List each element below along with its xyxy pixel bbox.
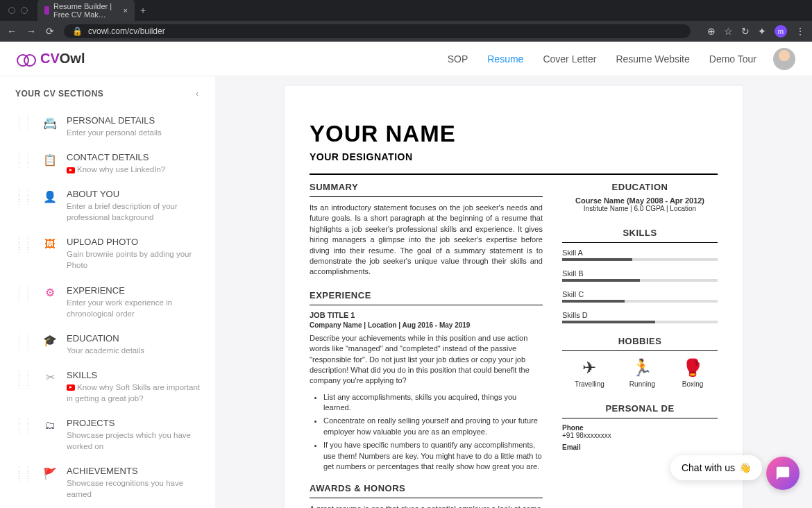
sidebar-item[interactable]: ⋮⋮⋮⋮⋮⋮ 🎓 EDUCATION Your academic details bbox=[15, 326, 203, 363]
skill-row[interactable]: Skill A bbox=[562, 248, 718, 261]
section-desc: Your academic details bbox=[67, 345, 203, 356]
section-label: PROJECTS bbox=[67, 418, 203, 428]
sidebar-item[interactable]: ⋮⋮⋮⋮⋮⋮ ⚙ EXPERIENCE Enter your work expe… bbox=[15, 278, 203, 326]
sidebar-item[interactable]: ⋮⋮⋮⋮⋮⋮ 🖼 UPLOAD PHOTO Gain brownie point… bbox=[15, 230, 203, 278]
section-desc: Know why use LinkedIn? bbox=[67, 164, 203, 175]
menu-icon[interactable]: ⋮ bbox=[795, 26, 805, 37]
nav-demo-tour[interactable]: Demo Tour bbox=[709, 53, 756, 65]
sidebar-item[interactable]: ⋮⋮⋮⋮⋮⋮ 🚩 ACHIEVEMENTS Showcase recogniti… bbox=[15, 459, 203, 507]
sidebar-item[interactable]: ⋮⋮⋮⋮⋮⋮ 👤 ABOUT YOU Enter a brief descrip… bbox=[15, 182, 203, 230]
section-desc: Enter a brief description of your profes… bbox=[67, 201, 203, 223]
section-icon: 📋 bbox=[42, 152, 58, 167]
drag-handle-icon[interactable]: ⋮⋮⋮⋮⋮⋮ bbox=[15, 115, 33, 138]
sidebar-title: YOUR CV SECTIONS bbox=[15, 89, 103, 99]
skill-name: Skill B bbox=[562, 269, 718, 278]
phone-val[interactable]: +91 98xxxxxxxx bbox=[562, 432, 718, 439]
drag-handle-icon[interactable]: ⋮⋮⋮⋮⋮⋮ bbox=[15, 237, 33, 271]
forward-button[interactable]: → bbox=[26, 26, 36, 37]
education-heading: EDUCATION bbox=[562, 182, 718, 192]
resume-name[interactable]: YOUR NAME bbox=[310, 121, 718, 147]
skill-bar bbox=[562, 321, 718, 323]
nav-resume[interactable]: Resume bbox=[487, 53, 523, 65]
section-icon: 🚩 bbox=[42, 466, 58, 481]
section-icon: 📇 bbox=[42, 115, 58, 130]
section-desc: Showcase projects which you have worked … bbox=[67, 430, 203, 452]
resume-designation[interactable]: YOUR DESIGNATION bbox=[310, 151, 718, 162]
section-desc: Know why Soft Skills are important in ge… bbox=[67, 382, 203, 404]
drag-handle-icon[interactable]: ⋮⋮⋮⋮⋮⋮ bbox=[15, 370, 33, 404]
address-bar-row: ← → ⟳ 🔒 cvowl.com/cv/builder ⊕ ☆ ↻ ✦ m ⋮ bbox=[0, 21, 812, 42]
sidebar-item[interactable]: ⋮⋮⋮⋮⋮⋮ 🗂 PROJECTS Showcase projects whic… bbox=[15, 411, 203, 459]
drag-handle-icon[interactable]: ⋮⋮⋮⋮⋮⋮ bbox=[15, 152, 33, 175]
chat-fab[interactable] bbox=[766, 457, 800, 490]
profile-avatar-small[interactable]: m bbox=[775, 25, 787, 37]
skill-bar bbox=[562, 258, 718, 261]
skill-row[interactable]: Skills D bbox=[562, 311, 718, 323]
star-icon[interactable]: ☆ bbox=[724, 26, 733, 37]
address-bar[interactable]: 🔒 cvowl.com/cv/builder bbox=[64, 24, 691, 38]
profile-avatar[interactable] bbox=[773, 48, 795, 70]
hobby-item[interactable]: 🥊Boxing bbox=[680, 358, 705, 388]
collapse-sidebar-button[interactable]: ‹ bbox=[196, 89, 198, 99]
hobby-item[interactable]: 🏃Running bbox=[629, 358, 655, 388]
extensions-icon[interactable]: ✦ bbox=[758, 26, 766, 37]
job-meta[interactable]: Company Name | Location | Aug 2016 - May… bbox=[310, 321, 543, 329]
section-label: ACHIEVEMENTS bbox=[67, 466, 203, 476]
skill-bar bbox=[562, 279, 718, 282]
back-button[interactable]: ← bbox=[7, 26, 17, 37]
chat-pill[interactable]: Chat with us 👋 bbox=[670, 455, 762, 480]
drag-handle-icon[interactable]: ⋮⋮⋮⋮⋮⋮ bbox=[15, 418, 33, 452]
sidebar-item[interactable]: ⋮⋮⋮⋮⋮⋮ 📋 CONTACT DETAILS Know why use Li… bbox=[15, 145, 203, 182]
drag-handle-icon[interactable]: ⋮⋮⋮⋮⋮⋮ bbox=[15, 285, 33, 319]
hobby-label: Boxing bbox=[680, 380, 705, 388]
browser-chrome: Resume Builder | Free CV Mak… × + ← → ⟳ … bbox=[0, 0, 812, 42]
close-icon[interactable]: × bbox=[124, 6, 128, 15]
summary-text[interactable]: Its an introductory statement focuses on… bbox=[310, 203, 543, 278]
summary-heading: SUMMARY bbox=[310, 182, 543, 192]
edu-title[interactable]: Course Name (May 2008 - Apr 2012) bbox=[562, 196, 718, 205]
sidebar-item[interactable]: ⋮⋮⋮⋮⋮⋮ ✂ SKILLS Know why Soft Skills are… bbox=[15, 363, 203, 411]
nav-sop[interactable]: SOP bbox=[448, 53, 468, 65]
section-icon: 🎓 bbox=[42, 333, 58, 348]
new-tab-button[interactable]: + bbox=[140, 5, 146, 16]
section-icon: ✂ bbox=[42, 370, 58, 385]
browser-tab[interactable]: Resume Builder | Free CV Mak… × bbox=[37, 0, 135, 22]
nav-resume-website[interactable]: Resume Website bbox=[616, 53, 689, 65]
phone-label: Phone bbox=[562, 424, 718, 432]
drag-handle-icon[interactable]: ⋮⋮⋮⋮⋮⋮ bbox=[15, 189, 33, 223]
job-desc[interactable]: Describe your achievements while in this… bbox=[310, 333, 543, 387]
zoom-icon[interactable]: ⊕ bbox=[707, 26, 716, 37]
email-label: Email bbox=[562, 443, 718, 451]
section-label: SKILLS bbox=[67, 370, 203, 380]
window-control[interactable] bbox=[21, 7, 28, 14]
brand-logo[interactable]: CVOwl bbox=[17, 51, 85, 67]
hobby-icon: 🏃 bbox=[629, 358, 654, 378]
sidebar-item[interactable]: ⋮⋮⋮⋮⋮⋮ 📇 PERSONAL DETAILS Enter your per… bbox=[15, 108, 203, 145]
bullet[interactable]: Concentrate on really selling yourself a… bbox=[323, 416, 543, 437]
skill-row[interactable]: Skill B bbox=[562, 269, 718, 282]
bullet[interactable]: List any accomplishments, skills you acq… bbox=[323, 392, 543, 414]
wave-icon: 👋 bbox=[739, 462, 751, 473]
hobbies-heading: HOBBIES bbox=[562, 336, 718, 346]
reload-button[interactable]: ⟳ bbox=[46, 26, 54, 37]
window-control[interactable] bbox=[8, 7, 15, 14]
skill-row[interactable]: Skill C bbox=[562, 290, 718, 303]
awards-text[interactable]: A great resume is one that gives a poten… bbox=[310, 504, 543, 508]
job-bullets[interactable]: List any accomplishments, skills you acq… bbox=[310, 392, 543, 473]
owl-icon bbox=[17, 53, 36, 65]
resume-canvas[interactable]: YOUR NAME YOUR DESIGNATION SUMMARY Its a… bbox=[215, 76, 812, 508]
bullet[interactable]: If you have specific numbers to quantify… bbox=[323, 440, 543, 472]
section-icon: ⚙ bbox=[42, 285, 58, 300]
drag-handle-icon[interactable]: ⋮⋮⋮⋮⋮⋮ bbox=[15, 333, 33, 356]
nav-links: SOP Resume Cover Letter Resume Website D… bbox=[448, 53, 756, 65]
nav-cover-letter[interactable]: Cover Letter bbox=[543, 53, 596, 65]
drag-handle-icon[interactable]: ⋮⋮⋮⋮⋮⋮ bbox=[15, 466, 33, 500]
hobby-item[interactable]: ✈Travelling bbox=[575, 358, 604, 388]
skill-name: Skill A bbox=[562, 248, 718, 257]
tab-bar: Resume Builder | Free CV Mak… × + bbox=[0, 0, 812, 21]
edu-meta[interactable]: Institute Name | 6.0 CGPA | Location bbox=[562, 205, 718, 212]
url-text: cvowl.com/cv/builder bbox=[88, 26, 165, 36]
job-title[interactable]: JOB TITLE 1 bbox=[310, 311, 543, 319]
experience-heading: EXPERIENCE bbox=[310, 290, 543, 300]
history-icon[interactable]: ↻ bbox=[741, 26, 750, 37]
